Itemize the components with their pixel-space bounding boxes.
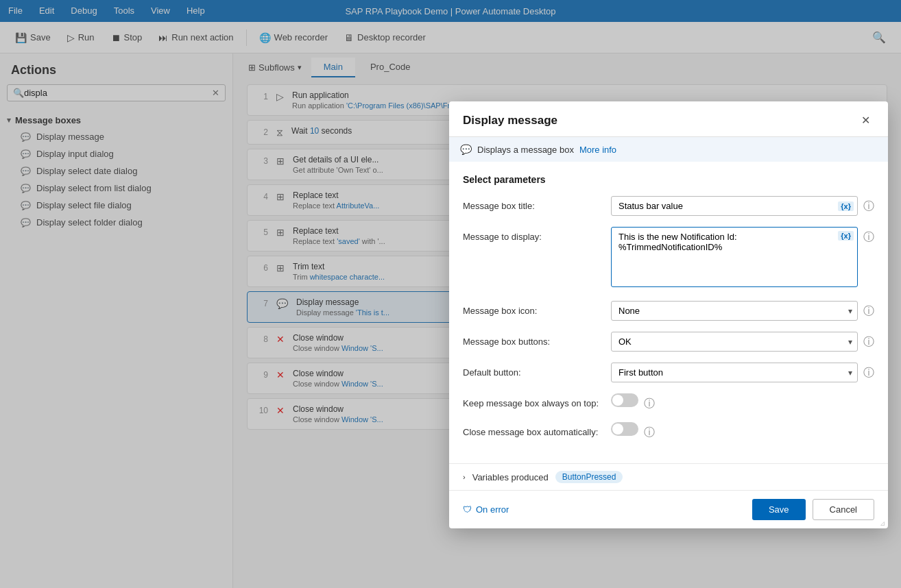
variables-row: › Variables produced ButtonPressed: [449, 463, 888, 490]
default-button-label: Default button:: [463, 363, 600, 378]
keep-on-top-control: ⓘ: [611, 393, 874, 411]
close-auto-toggle[interactable]: [611, 422, 638, 436]
message-textarea-wrap: This is the new Notification Id: %Trimme…: [611, 227, 858, 290]
dialog-header: Display message ✕: [449, 101, 888, 137]
dialog-info-bar: 💬 Displays a message box More info: [449, 137, 888, 162]
message-to-display-info-icon[interactable]: ⓘ: [863, 227, 874, 245]
select-parameters-title: Select parameters: [463, 174, 874, 185]
save-button[interactable]: Save: [752, 499, 806, 520]
message-box-buttons-select-wrap: OK ▾: [611, 332, 858, 352]
close-auto-row: Close message box automatically: ⓘ: [463, 422, 874, 440]
message-box-icon-control: None ▾ ⓘ: [611, 301, 874, 321]
default-button-select-wrap: First button ▾: [611, 363, 858, 382]
message-box-title-input[interactable]: [611, 196, 858, 216]
message-box-buttons-select[interactable]: OK: [611, 332, 858, 352]
message-box-icon-label: Message box icon:: [463, 301, 600, 316]
message-box-title-x-button[interactable]: {x}: [838, 201, 854, 211]
variable-badge: ButtonPressed: [555, 471, 623, 483]
default-button-info-icon[interactable]: ⓘ: [863, 363, 874, 380]
display-message-dialog: Display message ✕ 💬 Displays a message b…: [449, 101, 888, 528]
message-box-title-label: Message box title:: [463, 196, 600, 211]
message-box-buttons-label: Message box buttons:: [463, 332, 600, 347]
message-to-display-label: Message to display:: [463, 227, 600, 242]
message-to-display-control: This is the new Notification Id: %Trimme…: [611, 227, 874, 290]
message-box-title-info-icon[interactable]: ⓘ: [863, 196, 874, 214]
message-box-icon-select[interactable]: None: [611, 301, 858, 321]
message-box-title-wrap: {x}: [611, 196, 858, 216]
variables-label: Variables produced: [472, 472, 549, 482]
message-box-buttons-info-icon[interactable]: ⓘ: [863, 332, 874, 350]
dialog-footer: 🛡 On error Save Cancel: [449, 490, 888, 528]
dialog-info-text: Displays a message box: [477, 145, 574, 155]
info-icon: 💬: [460, 144, 472, 155]
message-box-title-control: {x} ⓘ: [611, 196, 874, 216]
default-button-row: Default button: First button ▾ ⓘ: [463, 363, 874, 382]
message-x-button[interactable]: {x}: [838, 231, 854, 241]
default-button-control: First button ▾ ⓘ: [611, 363, 874, 382]
close-auto-control: ⓘ: [611, 422, 874, 440]
more-info-link[interactable]: More info: [579, 145, 616, 155]
dialog-title: Display message: [463, 114, 557, 127]
variables-chevron-icon[interactable]: ›: [463, 473, 466, 481]
resize-handle[interactable]: ⊿: [880, 519, 885, 527]
footer-right: Save Cancel: [752, 499, 874, 520]
message-to-display-row: Message to display: This is the new Noti…: [463, 227, 874, 290]
message-box-buttons-row: Message box buttons: OK ▾ ⓘ: [463, 332, 874, 352]
message-box-buttons-control: OK ▾ ⓘ: [611, 332, 874, 352]
keep-on-top-toggle[interactable]: [611, 393, 638, 407]
message-textarea[interactable]: This is the new Notification Id: %Trimme…: [611, 227, 858, 287]
message-box-title-row: Message box title: {x} ⓘ: [463, 196, 874, 216]
on-error-button[interactable]: 🛡 On error: [463, 504, 509, 515]
keep-on-top-info-icon[interactable]: ⓘ: [644, 393, 655, 411]
close-auto-info-icon[interactable]: ⓘ: [644, 422, 655, 440]
cancel-button[interactable]: Cancel: [813, 499, 874, 520]
keep-on-top-row: Keep message box always on top: ⓘ: [463, 393, 874, 411]
shield-icon: 🛡: [463, 504, 472, 515]
dialog-body: Select parameters Message box title: {x}…: [449, 162, 888, 463]
dialog-close-button[interactable]: ✕: [857, 112, 874, 128]
message-box-icon-row: Message box icon: None ▾ ⓘ: [463, 301, 874, 321]
message-box-icon-info-icon[interactable]: ⓘ: [863, 301, 874, 319]
default-button-select[interactable]: First button: [611, 363, 858, 382]
message-box-icon-select-wrap: None ▾: [611, 301, 858, 321]
keep-on-top-label: Keep message box always on top:: [463, 393, 600, 408]
close-auto-label: Close message box automatically:: [463, 422, 600, 437]
